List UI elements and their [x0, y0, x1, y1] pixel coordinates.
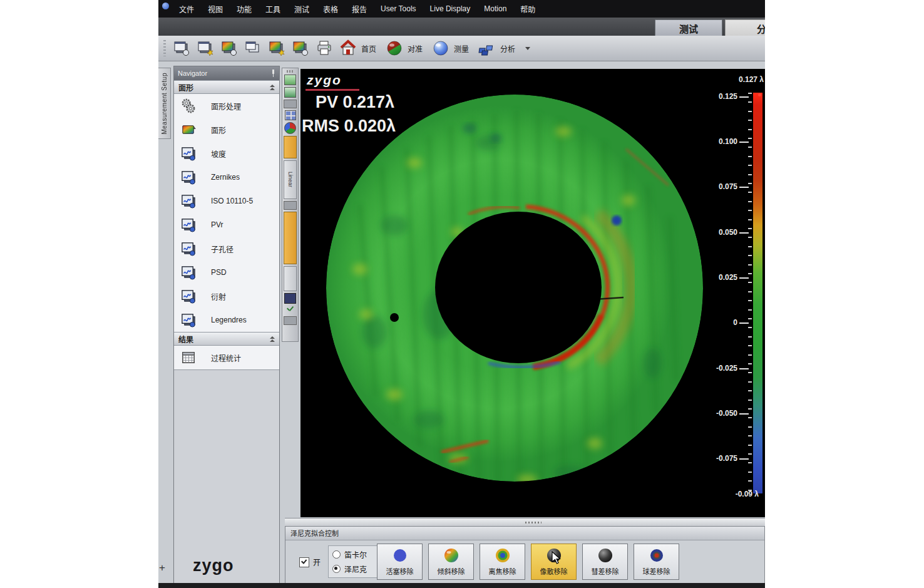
texture-view-icon[interactable] — [284, 87, 296, 98]
horizontal-splitter[interactable] — [285, 518, 765, 527]
colorbar-tick — [739, 322, 749, 324]
fill-option-tab[interactable] — [284, 136, 297, 158]
cascade-windows-button[interactable] — [241, 38, 265, 59]
section-results-header[interactable]: 结果 — [174, 332, 279, 346]
more-options-button[interactable] — [284, 201, 297, 210]
plot-window-icon — [180, 240, 197, 257]
surface-map[interactable] — [300, 69, 765, 517]
tab-test[interactable]: 测试 — [655, 19, 722, 37]
strip-bottom-button[interactable] — [284, 316, 297, 325]
piston-icon — [392, 548, 408, 564]
sidebar-item-zernikes[interactable]: Zernikes — [174, 165, 279, 189]
button-label: 球差移除 — [643, 566, 670, 576]
menu-test[interactable]: 测试 — [287, 4, 316, 14]
enable-checkbox[interactable] — [299, 557, 309, 567]
solid-option-tab[interactable] — [284, 266, 297, 291]
sidebar-item-diffraction[interactable]: 衍射 — [174, 284, 279, 308]
term-removal-buttons: 活塞移除 倾斜移除 离焦移除 像散移除 彗差移除 — [377, 544, 679, 580]
coma-remove-button[interactable]: 彗差移除 — [582, 544, 628, 580]
pin-icon[interactable] — [271, 70, 275, 77]
radio-icon — [332, 550, 341, 559]
measure-ball-icon — [432, 39, 449, 57]
sidebar-item-surface[interactable]: 面形 — [174, 118, 279, 142]
sidebar-item-legendres[interactable]: Legendres — [174, 308, 279, 332]
navigator-title: Navigator — [178, 70, 207, 77]
sidebar-item-iso10110[interactable]: ISO 10110-5 — [174, 189, 279, 213]
menu-file[interactable]: 文件 — [172, 4, 201, 14]
menu-table[interactable]: 表格 — [316, 4, 345, 14]
save-view-icon[interactable] — [284, 293, 296, 304]
sidebar-item-process-stats[interactable]: 过程统计 — [174, 346, 279, 369]
colorbar-tick — [739, 187, 749, 188]
radio-cartesian[interactable]: 笛卡尔 — [332, 549, 379, 560]
radio-zernike[interactable]: 泽尼克 — [332, 564, 379, 574]
sidebar-item-pvr[interactable]: PVr — [174, 213, 279, 237]
item-label: 面形 — [211, 125, 226, 135]
tab-analyze[interactable]: 分析 — [725, 19, 765, 37]
color-sphere-icon[interactable] — [284, 122, 296, 134]
item-label: Zernikes — [211, 173, 240, 182]
menu-user-tools[interactable]: User Tools — [374, 4, 423, 13]
surface-map-window-button[interactable] — [217, 38, 241, 59]
menu-function[interactable]: 功能 — [230, 4, 259, 14]
focus-remove-button[interactable]: 离焦移除 — [480, 544, 525, 580]
section-surface-title: 面形 — [178, 82, 193, 93]
item-label: 坡度 — [211, 148, 226, 159]
tilt-remove-button[interactable]: 倾斜移除 — [428, 544, 474, 580]
window-icon — [173, 39, 190, 57]
print-button[interactable] — [312, 38, 336, 59]
sidebar-item-psd[interactable]: PSD — [174, 260, 279, 284]
strip-grip[interactable] — [287, 70, 294, 73]
linear-option-tab[interactable]: Linear — [284, 160, 297, 199]
surface-map-viewer[interactable]: zygo PV 0.217λ RMS 0.020λ 0.127 λ 0.125 … — [300, 69, 765, 517]
analyze-button[interactable] — [475, 38, 499, 59]
apply-check-icon[interactable] — [285, 306, 295, 314]
collapse-chevron-icon[interactable] — [270, 85, 275, 90]
toolbar-overflow-icon[interactable] — [525, 47, 530, 50]
menu-tools[interactable]: 工具 — [259, 4, 287, 14]
menu-live-display[interactable]: Live Display — [423, 4, 478, 13]
sidebar-item-slope[interactable]: 坡度 — [174, 142, 279, 165]
collapse-chevron-icon[interactable] — [270, 336, 275, 342]
layout-grid-icon[interactable] — [285, 110, 296, 120]
sidebar-item-subaperture[interactable]: 子孔径 — [174, 237, 279, 260]
map-settings-button[interactable] — [265, 38, 289, 59]
colorbar-tick — [739, 96, 749, 98]
menu-help[interactable]: 帮助 — [513, 4, 542, 14]
colorbar-tick-label: -0.075 — [694, 454, 737, 463]
piston-remove-button[interactable]: 活塞移除 — [377, 544, 423, 580]
tilt-icon — [443, 548, 459, 564]
rms-value: RMS 0.020λ — [302, 116, 396, 136]
surface-view-icon[interactable] — [284, 75, 296, 85]
sidebar-item-surface-process[interactable]: 面形处理 — [174, 94, 279, 118]
map-window-icon — [292, 39, 309, 57]
plot-window-icon — [180, 264, 197, 281]
menu-view[interactable]: 视图 — [201, 4, 230, 14]
toolbar-grip[interactable] — [163, 40, 166, 56]
measurement-setup-tab[interactable]: Measurement Setup — [158, 68, 171, 139]
menu-motion[interactable]: Motion — [477, 4, 513, 13]
section-surface-header[interactable]: 面形 — [174, 80, 279, 94]
align-ball-icon — [386, 39, 403, 57]
navigator-header[interactable]: Navigator — [174, 66, 279, 80]
button-label: 活塞移除 — [386, 566, 414, 576]
splitter-grip-icon — [525, 522, 542, 524]
collapse-strip-button[interactable] — [284, 100, 297, 108]
home-button[interactable] — [336, 38, 360, 59]
measure-button[interactable] — [429, 38, 453, 59]
menu-report[interactable]: 报告 — [345, 4, 374, 14]
window-settings-button[interactable] — [193, 38, 217, 59]
colorbar-minor-ticks — [748, 93, 752, 493]
annotation-option-tab[interactable] — [284, 212, 297, 264]
new-window-button[interactable] — [170, 38, 193, 59]
colorbar-max-label: 0.127 λ — [692, 75, 764, 84]
colorbar-tick — [739, 368, 749, 369]
button-label: 倾斜移除 — [438, 566, 465, 576]
window-system-icon[interactable] — [162, 3, 169, 9]
map-view-button[interactable] — [289, 38, 312, 59]
item-label: PSD — [211, 268, 227, 277]
resize-handle[interactable]: + — [159, 562, 165, 574]
spherical-remove-button[interactable]: 球差移除 — [634, 544, 679, 580]
view-options-strip: Linear — [282, 68, 299, 342]
align-button[interactable] — [382, 38, 406, 59]
